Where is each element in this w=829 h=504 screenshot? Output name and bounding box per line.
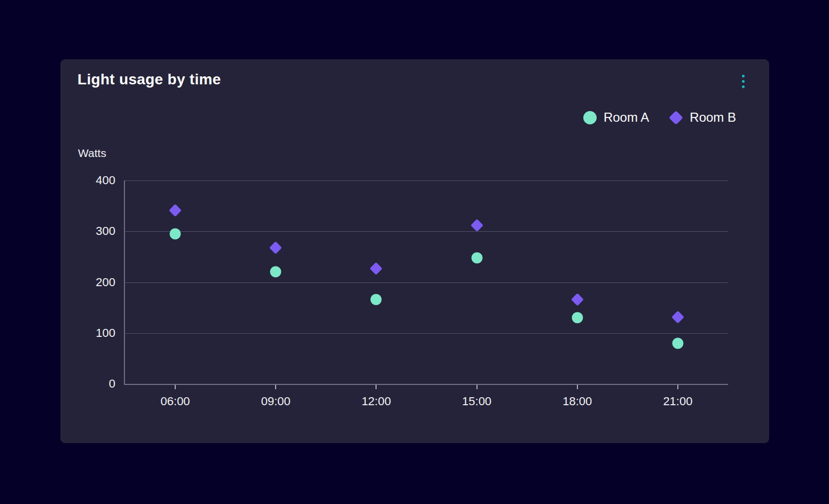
gridline-400 bbox=[125, 180, 728, 181]
point-room-a-09:00[interactable] bbox=[270, 266, 281, 278]
point-room-a-15:00[interactable] bbox=[471, 252, 482, 263]
y-tick-label-400: 400 bbox=[96, 174, 115, 187]
point-room-a-12:00[interactable] bbox=[371, 294, 382, 305]
x-tick-mark-21:00 bbox=[677, 385, 678, 389]
x-tick-mark-09:00 bbox=[275, 385, 276, 389]
x-tick-mark-06:00 bbox=[175, 385, 176, 389]
point-room-b-18:00[interactable] bbox=[571, 293, 584, 306]
gridline-200 bbox=[125, 282, 728, 283]
x-tick-label-15:00: 15:00 bbox=[462, 395, 491, 408]
y-tick-label-300: 300 bbox=[96, 224, 115, 238]
kebab-dot bbox=[742, 85, 745, 88]
legend-label-room-b: Room B bbox=[690, 110, 736, 125]
room-b-diamond-marker-icon bbox=[669, 111, 683, 125]
point-room-b-21:00[interactable] bbox=[671, 311, 684, 324]
kebab-dot bbox=[742, 80, 745, 83]
legend: Room A Room B bbox=[583, 110, 736, 125]
x-tick-label-18:00: 18:00 bbox=[562, 395, 592, 408]
point-room-a-18:00[interactable] bbox=[572, 312, 583, 324]
kebab-dot bbox=[742, 75, 745, 77]
point-room-b-09:00[interactable] bbox=[269, 241, 282, 254]
gridline-300 bbox=[125, 231, 728, 232]
chart-title: Light usage by time bbox=[77, 71, 221, 88]
x-tick-label-21:00: 21:00 bbox=[663, 395, 692, 408]
point-room-b-15:00[interactable] bbox=[471, 219, 483, 232]
kebab-menu-icon[interactable] bbox=[736, 70, 750, 92]
point-room-a-06:00[interactable] bbox=[170, 229, 181, 240]
legend-label-room-a: Room A bbox=[604, 110, 649, 125]
y-tick-label-100: 100 bbox=[96, 326, 115, 340]
legend-item-room-b[interactable]: Room B bbox=[669, 110, 736, 125]
plot-area: 010020030040006:0009:0012:0015:0018:0021… bbox=[124, 180, 728, 385]
y-tick-label-200: 200 bbox=[96, 275, 115, 289]
x-tick-mark-12:00 bbox=[376, 385, 377, 389]
x-tick-label-06:00: 06:00 bbox=[161, 395, 190, 408]
room-a-circle-marker-icon bbox=[583, 111, 597, 124]
x-tick-label-12:00: 12:00 bbox=[362, 395, 391, 408]
light-usage-card: Light usage by time Room A Room B Watts … bbox=[60, 59, 769, 443]
y-axis-unit-label: Watts bbox=[78, 147, 106, 160]
legend-item-room-a[interactable]: Room A bbox=[583, 110, 649, 125]
point-room-b-06:00[interactable] bbox=[169, 204, 182, 217]
y-tick-label-0: 0 bbox=[109, 377, 115, 391]
x-tick-mark-15:00 bbox=[476, 385, 478, 389]
point-room-a-21:00[interactable] bbox=[672, 337, 683, 349]
x-tick-mark-18:00 bbox=[577, 385, 578, 389]
point-room-b-12:00[interactable] bbox=[370, 262, 382, 275]
gridline-100 bbox=[125, 333, 728, 334]
x-tick-label-09:00: 09:00 bbox=[261, 395, 291, 408]
